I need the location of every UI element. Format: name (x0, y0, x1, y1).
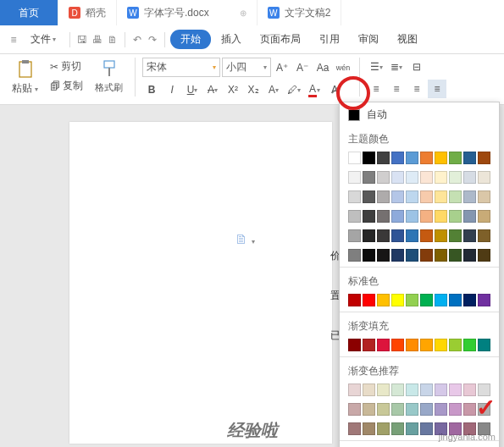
font-size-select[interactable]: 小四▾ (222, 58, 271, 77)
menu-layout[interactable]: 页面布局 (252, 29, 309, 50)
color-swatch[interactable] (435, 339, 447, 351)
color-swatch[interactable] (406, 190, 418, 203)
more-colors[interactable]: ◉ 其他字体颜色 (340, 443, 499, 447)
color-swatch[interactable] (463, 229, 476, 242)
color-swatch[interactable] (420, 229, 433, 242)
color-swatch[interactable] (363, 403, 375, 416)
menu-ref[interactable]: 引用 (311, 29, 348, 50)
color-swatch[interactable] (463, 249, 476, 262)
color-swatch[interactable] (406, 422, 418, 435)
color-swatch[interactable] (363, 210, 375, 223)
color-swatch[interactable] (420, 171, 433, 184)
color-swatch[interactable] (478, 294, 490, 306)
subscript-button[interactable]: X₂ (244, 80, 263, 99)
color-swatch[interactable] (406, 384, 418, 396)
highlight-button[interactable]: 🖊▾ (285, 80, 303, 99)
menu-file[interactable]: 文件 ▾ (22, 29, 64, 50)
redo-icon[interactable]: ↷ (146, 33, 159, 47)
strikethrough-button[interactable]: A▾ (203, 80, 222, 99)
color-swatch[interactable] (363, 384, 375, 396)
color-swatch[interactable] (463, 294, 476, 306)
color-swatch[interactable] (435, 384, 447, 396)
color-swatch[interactable] (406, 339, 418, 351)
color-swatch[interactable] (435, 171, 447, 184)
number-list-icon[interactable]: ≣▾ (387, 58, 406, 76)
superscript-button[interactable]: X² (224, 80, 242, 99)
color-swatch[interactable] (377, 339, 390, 351)
tab-daoke[interactable]: D 稻壳 (58, 0, 117, 25)
color-swatch[interactable] (463, 384, 476, 396)
multilevel-list-icon[interactable]: ⊟ (407, 58, 426, 76)
color-swatch[interactable] (463, 210, 476, 223)
text-effects-button[interactable]: A▾ (264, 80, 283, 99)
menu-insert[interactable]: 插入 (213, 29, 250, 50)
color-swatch[interactable] (363, 190, 375, 203)
color-swatch[interactable] (435, 403, 447, 416)
color-swatch[interactable] (420, 384, 433, 396)
color-swatch[interactable] (478, 171, 490, 184)
tab-doc1[interactable]: W 字体字号.docx ⊕ (117, 0, 258, 25)
color-swatch[interactable] (478, 229, 490, 242)
color-swatch[interactable] (348, 249, 361, 262)
save-icon[interactable]: 🖫 (75, 33, 89, 47)
increase-font-icon[interactable]: A⁺ (273, 58, 291, 77)
color-swatch[interactable] (463, 403, 476, 416)
color-swatch[interactable] (463, 339, 476, 351)
color-swatch[interactable] (449, 229, 462, 242)
color-swatch[interactable] (449, 339, 462, 351)
decrease-font-icon[interactable]: A⁻ (293, 58, 312, 77)
color-swatch[interactable] (348, 403, 361, 416)
font-name-select[interactable]: 宋体▾ (142, 58, 220, 77)
color-swatch[interactable] (391, 403, 404, 416)
color-swatch[interactable] (377, 229, 390, 242)
menu-view[interactable]: 视图 (389, 29, 426, 50)
format-painter-button[interactable]: 格式刷 (90, 58, 128, 104)
color-swatch[interactable] (348, 210, 361, 223)
undo-icon[interactable]: ↶ (130, 33, 144, 47)
app-menu-icon[interactable]: ≡ (7, 33, 20, 47)
color-swatch[interactable] (363, 339, 375, 351)
color-swatch[interactable] (348, 339, 361, 351)
color-swatch[interactable] (377, 249, 390, 262)
color-swatch[interactable] (478, 152, 490, 164)
color-swatch[interactable] (391, 294, 404, 306)
color-swatch[interactable] (406, 171, 418, 184)
color-swatch[interactable] (435, 294, 447, 306)
color-swatch[interactable] (406, 403, 418, 416)
change-case-icon[interactable]: Aa (313, 58, 332, 77)
color-swatch[interactable] (420, 422, 433, 435)
color-swatch[interactable] (391, 171, 404, 184)
tab-doc2[interactable]: W 文字文稿2 (258, 0, 342, 25)
color-swatch[interactable] (391, 229, 404, 242)
color-swatch[interactable] (406, 294, 418, 306)
pin-icon[interactable]: ⊕ (240, 8, 246, 18)
copy-button[interactable]: 🗐 复制 (47, 77, 86, 95)
color-swatch[interactable] (391, 339, 404, 351)
color-swatch[interactable] (420, 403, 433, 416)
color-swatch[interactable] (348, 294, 361, 306)
align-right-icon[interactable]: ≡ (407, 80, 426, 98)
color-swatch[interactable] (420, 294, 433, 306)
color-auto[interactable]: 自动 (340, 102, 499, 127)
color-swatch[interactable] (406, 249, 418, 262)
tab-home[interactable]: 首页 (0, 0, 58, 25)
align-justify-icon[interactable]: ≡ (428, 80, 446, 98)
color-swatch[interactable] (391, 190, 404, 203)
color-swatch[interactable] (420, 152, 433, 164)
underline-button[interactable]: U▾ (183, 80, 202, 99)
color-swatch[interactable] (435, 190, 447, 203)
color-swatch[interactable] (449, 171, 462, 184)
clear-format-button[interactable]: A̷ (325, 80, 344, 99)
color-swatch[interactable] (391, 384, 404, 396)
color-swatch[interactable] (478, 249, 490, 262)
preview-icon[interactable]: 🗎 (106, 33, 119, 47)
color-swatch[interactable] (478, 190, 490, 203)
phonetic-icon[interactable]: wén (334, 58, 352, 77)
color-swatch[interactable] (348, 190, 361, 203)
color-swatch[interactable] (449, 249, 462, 262)
color-swatch[interactable] (377, 171, 390, 184)
color-swatch[interactable] (463, 190, 476, 203)
color-swatch[interactable] (478, 210, 490, 223)
color-swatch[interactable] (420, 210, 433, 223)
print-icon[interactable]: 🖶 (91, 33, 104, 47)
